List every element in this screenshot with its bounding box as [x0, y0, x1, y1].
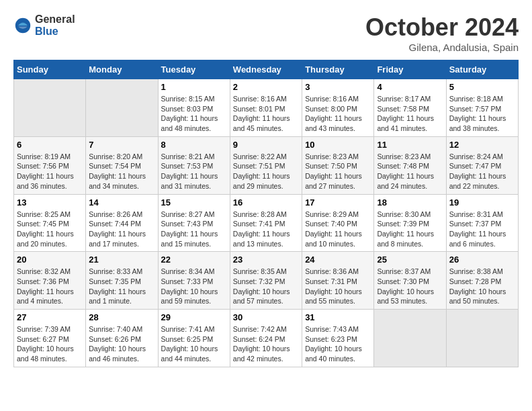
day-number: 5 [449, 82, 515, 92]
day-number: 30 [233, 312, 299, 322]
day-info: Sunrise: 8:29 AM Sunset: 7:40 PM Dayligh… [305, 210, 371, 249]
col-header-tuesday: Tuesday [158, 60, 230, 79]
day-number: 26 [449, 255, 515, 265]
day-cell: 12Sunrise: 8:24 AM Sunset: 7:47 PM Dayli… [446, 136, 518, 194]
day-info: Sunrise: 8:37 AM Sunset: 7:30 PM Dayligh… [377, 267, 443, 306]
day-number: 10 [305, 140, 371, 150]
week-row-2: 6Sunrise: 8:19 AM Sunset: 7:56 PM Daylig… [14, 136, 519, 194]
day-cell [14, 79, 86, 137]
day-cell: 19Sunrise: 8:31 AM Sunset: 7:37 PM Dayli… [446, 194, 518, 252]
day-number: 2 [233, 82, 299, 92]
day-number: 9 [233, 140, 299, 150]
day-info: Sunrise: 8:27 AM Sunset: 7:43 PM Dayligh… [161, 210, 227, 249]
week-row-4: 20Sunrise: 8:32 AM Sunset: 7:36 PM Dayli… [14, 252, 519, 310]
day-info: Sunrise: 7:39 AM Sunset: 6:27 PM Dayligh… [17, 324, 83, 364]
day-number: 16 [233, 197, 299, 208]
week-row-3: 13Sunrise: 8:25 AM Sunset: 7:45 PM Dayli… [14, 194, 519, 252]
day-info: Sunrise: 8:36 AM Sunset: 7:31 PM Dayligh… [305, 267, 371, 306]
logo-general: General [35, 13, 75, 25]
day-cell: 21Sunrise: 8:33 AM Sunset: 7:35 PM Dayli… [86, 252, 158, 310]
day-cell: 15Sunrise: 8:27 AM Sunset: 7:43 PM Dayli… [158, 194, 230, 252]
day-info: Sunrise: 8:17 AM Sunset: 7:58 PM Dayligh… [377, 94, 443, 134]
day-number: 7 [89, 140, 154, 150]
col-header-friday: Friday [374, 60, 446, 79]
day-info: Sunrise: 7:42 AM Sunset: 6:24 PM Dayligh… [233, 324, 299, 364]
week-row-5: 27Sunrise: 7:39 AM Sunset: 6:27 PM Dayli… [14, 310, 519, 367]
day-number: 12 [449, 140, 515, 150]
day-info: Sunrise: 7:41 AM Sunset: 6:25 PM Dayligh… [161, 324, 227, 364]
day-cell: 13Sunrise: 8:25 AM Sunset: 7:45 PM Dayli… [14, 194, 86, 252]
day-info: Sunrise: 8:28 AM Sunset: 7:41 PM Dayligh… [233, 210, 299, 249]
day-number: 6 [17, 140, 83, 150]
day-info: Sunrise: 8:34 AM Sunset: 7:33 PM Dayligh… [161, 267, 227, 306]
day-cell [374, 310, 446, 367]
day-cell: 6Sunrise: 8:19 AM Sunset: 7:56 PM Daylig… [14, 136, 86, 194]
day-info: Sunrise: 8:38 AM Sunset: 7:28 PM Dayligh… [449, 267, 515, 306]
day-number: 23 [233, 255, 299, 265]
day-info: Sunrise: 8:16 AM Sunset: 8:01 PM Dayligh… [233, 94, 299, 134]
day-cell: 25Sunrise: 8:37 AM Sunset: 7:30 PM Dayli… [374, 252, 446, 310]
day-cell: 9Sunrise: 8:22 AM Sunset: 7:51 PM Daylig… [230, 136, 302, 194]
day-info: Sunrise: 8:31 AM Sunset: 7:37 PM Dayligh… [449, 210, 515, 249]
day-number: 11 [377, 140, 443, 150]
day-info: Sunrise: 8:33 AM Sunset: 7:35 PM Dayligh… [89, 267, 154, 306]
day-number: 22 [161, 255, 227, 265]
day-info: Sunrise: 8:20 AM Sunset: 7:54 PM Dayligh… [89, 152, 154, 191]
day-cell: 24Sunrise: 8:36 AM Sunset: 7:31 PM Dayli… [302, 252, 374, 310]
logo: General Blue [13, 13, 75, 38]
day-cell: 2Sunrise: 8:16 AM Sunset: 8:01 PM Daylig… [230, 79, 302, 137]
day-info: Sunrise: 8:19 AM Sunset: 7:56 PM Dayligh… [17, 152, 83, 191]
col-header-sunday: Sunday [14, 60, 86, 79]
day-number: 8 [161, 140, 227, 150]
day-number: 20 [17, 255, 83, 265]
day-info: Sunrise: 8:18 AM Sunset: 7:57 PM Dayligh… [449, 94, 515, 134]
day-info: Sunrise: 8:23 AM Sunset: 7:50 PM Dayligh… [305, 152, 371, 191]
day-cell: 7Sunrise: 8:20 AM Sunset: 7:54 PM Daylig… [86, 136, 158, 194]
day-number: 21 [89, 255, 154, 265]
day-cell: 20Sunrise: 8:32 AM Sunset: 7:36 PM Dayli… [14, 252, 86, 310]
day-number: 18 [377, 197, 443, 208]
day-cell: 27Sunrise: 7:39 AM Sunset: 6:27 PM Dayli… [14, 310, 86, 367]
day-number: 3 [305, 82, 371, 92]
day-number: 13 [17, 197, 83, 208]
day-cell: 14Sunrise: 8:26 AM Sunset: 7:44 PM Dayli… [86, 194, 158, 252]
day-cell [86, 79, 158, 137]
location-subtitle: Gilena, Andalusia, Spain [365, 42, 519, 53]
day-info: Sunrise: 8:21 AM Sunset: 7:53 PM Dayligh… [161, 152, 227, 191]
day-cell: 29Sunrise: 7:41 AM Sunset: 6:25 PM Dayli… [158, 310, 230, 367]
day-number: 28 [89, 312, 154, 322]
day-cell: 4Sunrise: 8:17 AM Sunset: 7:58 PM Daylig… [374, 79, 446, 137]
day-number: 29 [161, 312, 227, 322]
day-info: Sunrise: 8:26 AM Sunset: 7:44 PM Dayligh… [89, 210, 154, 249]
day-number: 14 [89, 197, 154, 208]
day-cell: 16Sunrise: 8:28 AM Sunset: 7:41 PM Dayli… [230, 194, 302, 252]
day-info: Sunrise: 8:25 AM Sunset: 7:45 PM Dayligh… [17, 210, 83, 249]
logo-blue: Blue [35, 26, 58, 37]
day-cell: 28Sunrise: 7:40 AM Sunset: 6:26 PM Dayli… [86, 310, 158, 367]
day-number: 15 [161, 197, 227, 208]
day-cell: 3Sunrise: 8:16 AM Sunset: 8:00 PM Daylig… [302, 79, 374, 137]
day-number: 19 [449, 197, 515, 208]
col-header-saturday: Saturday [446, 60, 518, 79]
day-cell: 23Sunrise: 8:35 AM Sunset: 7:32 PM Dayli… [230, 252, 302, 310]
day-cell: 10Sunrise: 8:23 AM Sunset: 7:50 PM Dayli… [302, 136, 374, 194]
day-info: Sunrise: 7:43 AM Sunset: 6:23 PM Dayligh… [305, 324, 371, 364]
day-info: Sunrise: 8:23 AM Sunset: 7:48 PM Dayligh… [377, 152, 443, 191]
day-info: Sunrise: 8:35 AM Sunset: 7:32 PM Dayligh… [233, 267, 299, 306]
page-header: General Blue October 2024 Gilena, Andalu… [13, 13, 519, 53]
calendar-table: SundayMondayTuesdayWednesdayThursdayFrid… [13, 60, 519, 367]
day-info: Sunrise: 8:15 AM Sunset: 8:03 PM Dayligh… [161, 94, 227, 134]
day-cell: 1Sunrise: 8:15 AM Sunset: 8:03 PM Daylig… [158, 79, 230, 137]
day-info: Sunrise: 8:32 AM Sunset: 7:36 PM Dayligh… [17, 267, 83, 306]
day-info: Sunrise: 7:40 AM Sunset: 6:26 PM Dayligh… [89, 324, 154, 364]
day-number: 4 [377, 82, 443, 92]
header-row: SundayMondayTuesdayWednesdayThursdayFrid… [14, 60, 519, 79]
day-cell: 31Sunrise: 7:43 AM Sunset: 6:23 PM Dayli… [302, 310, 374, 367]
day-info: Sunrise: 8:16 AM Sunset: 8:00 PM Dayligh… [305, 94, 371, 134]
day-cell: 8Sunrise: 8:21 AM Sunset: 7:53 PM Daylig… [158, 136, 230, 194]
col-header-wednesday: Wednesday [230, 60, 302, 79]
logo-icon [13, 16, 32, 35]
week-row-1: 1Sunrise: 8:15 AM Sunset: 8:03 PM Daylig… [14, 79, 519, 137]
day-cell: 5Sunrise: 8:18 AM Sunset: 7:57 PM Daylig… [446, 79, 518, 137]
day-cell: 17Sunrise: 8:29 AM Sunset: 7:40 PM Dayli… [302, 194, 374, 252]
